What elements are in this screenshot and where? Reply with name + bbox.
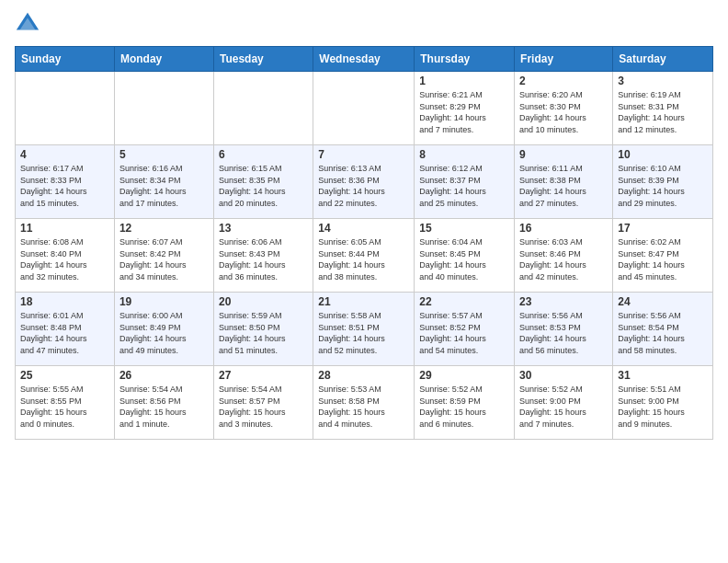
day-number: 11 xyxy=(20,222,109,235)
calendar-table: SundayMondayTuesdayWednesdayThursdayFrid… xyxy=(15,46,713,440)
logo xyxy=(15,11,44,37)
day-info: Sunrise: 6:15 AM Sunset: 8:35 PM Dayligh… xyxy=(219,163,308,209)
day-info: Sunrise: 5:52 AM Sunset: 9:00 PM Dayligh… xyxy=(519,384,608,430)
day-number: 14 xyxy=(318,222,409,235)
calendar-header-friday: Friday xyxy=(515,47,613,72)
day-info: Sunrise: 6:00 AM Sunset: 8:49 PM Dayligh… xyxy=(119,310,209,356)
day-info: Sunrise: 6:11 AM Sunset: 8:38 PM Dayligh… xyxy=(519,163,608,209)
day-info: Sunrise: 6:02 AM Sunset: 8:47 PM Dayligh… xyxy=(618,236,708,282)
day-number: 5 xyxy=(119,148,209,161)
day-info: Sunrise: 5:58 AM Sunset: 8:51 PM Dayligh… xyxy=(318,310,409,356)
calendar-cell: 30Sunrise: 5:52 AM Sunset: 9:00 PM Dayli… xyxy=(515,366,613,440)
day-number: 25 xyxy=(20,369,109,382)
calendar-cell xyxy=(114,72,213,145)
calendar-cell: 7Sunrise: 6:13 AM Sunset: 8:36 PM Daylig… xyxy=(313,145,415,219)
day-number: 4 xyxy=(20,148,109,161)
calendar-week-row: 25Sunrise: 5:55 AM Sunset: 8:55 PM Dayli… xyxy=(16,366,713,440)
calendar-week-row: 18Sunrise: 6:01 AM Sunset: 8:48 PM Dayli… xyxy=(16,293,713,366)
day-number: 31 xyxy=(618,369,708,382)
day-info: Sunrise: 5:56 AM Sunset: 8:54 PM Dayligh… xyxy=(618,310,708,356)
calendar-header-row: SundayMondayTuesdayWednesdayThursdayFrid… xyxy=(16,47,713,72)
day-info: Sunrise: 6:05 AM Sunset: 8:44 PM Dayligh… xyxy=(318,236,409,282)
day-info: Sunrise: 6:04 AM Sunset: 8:45 PM Dayligh… xyxy=(419,236,509,282)
day-info: Sunrise: 5:56 AM Sunset: 8:53 PM Dayligh… xyxy=(519,310,608,356)
day-info: Sunrise: 6:10 AM Sunset: 8:39 PM Dayligh… xyxy=(618,163,708,209)
calendar-cell: 27Sunrise: 5:54 AM Sunset: 8:57 PM Dayli… xyxy=(213,366,313,440)
calendar-cell: 20Sunrise: 5:59 AM Sunset: 8:50 PM Dayli… xyxy=(213,293,313,366)
calendar-cell: 19Sunrise: 6:00 AM Sunset: 8:49 PM Dayli… xyxy=(114,293,213,366)
calendar-cell xyxy=(213,72,313,145)
calendar-cell: 9Sunrise: 6:11 AM Sunset: 8:38 PM Daylig… xyxy=(515,145,613,219)
calendar-cell: 15Sunrise: 6:04 AM Sunset: 8:45 PM Dayli… xyxy=(415,219,515,293)
day-info: Sunrise: 5:57 AM Sunset: 8:52 PM Dayligh… xyxy=(419,310,509,356)
day-number: 30 xyxy=(519,369,608,382)
day-number: 7 xyxy=(318,148,409,161)
calendar-cell: 21Sunrise: 5:58 AM Sunset: 8:51 PM Dayli… xyxy=(313,293,415,366)
day-number: 24 xyxy=(618,295,708,308)
day-info: Sunrise: 6:16 AM Sunset: 8:34 PM Dayligh… xyxy=(119,163,209,209)
day-info: Sunrise: 5:54 AM Sunset: 8:56 PM Dayligh… xyxy=(119,384,209,430)
day-number: 16 xyxy=(519,222,608,235)
day-info: Sunrise: 6:03 AM Sunset: 8:46 PM Dayligh… xyxy=(519,236,608,282)
day-info: Sunrise: 6:08 AM Sunset: 8:40 PM Dayligh… xyxy=(20,236,109,282)
calendar-cell: 18Sunrise: 6:01 AM Sunset: 8:48 PM Dayli… xyxy=(16,293,115,366)
calendar-cell: 1Sunrise: 6:21 AM Sunset: 8:29 PM Daylig… xyxy=(415,72,515,145)
calendar-cell: 22Sunrise: 5:57 AM Sunset: 8:52 PM Dayli… xyxy=(415,293,515,366)
day-number: 8 xyxy=(419,148,509,161)
calendar-cell: 12Sunrise: 6:07 AM Sunset: 8:42 PM Dayli… xyxy=(114,219,213,293)
calendar-cell: 28Sunrise: 5:53 AM Sunset: 8:58 PM Dayli… xyxy=(313,366,415,440)
calendar-header-sunday: Sunday xyxy=(16,47,115,72)
calendar-cell: 8Sunrise: 6:12 AM Sunset: 8:37 PM Daylig… xyxy=(415,145,515,219)
day-info: Sunrise: 5:54 AM Sunset: 8:57 PM Dayligh… xyxy=(219,384,308,430)
day-info: Sunrise: 6:20 AM Sunset: 8:30 PM Dayligh… xyxy=(519,89,608,135)
day-number: 6 xyxy=(219,148,308,161)
day-number: 23 xyxy=(519,295,608,308)
day-number: 29 xyxy=(419,369,509,382)
calendar-cell: 23Sunrise: 5:56 AM Sunset: 8:53 PM Dayli… xyxy=(515,293,613,366)
header xyxy=(15,11,713,37)
day-number: 17 xyxy=(618,222,708,235)
calendar-cell: 11Sunrise: 6:08 AM Sunset: 8:40 PM Dayli… xyxy=(16,219,115,293)
day-info: Sunrise: 6:07 AM Sunset: 8:42 PM Dayligh… xyxy=(119,236,209,282)
calendar-header-tuesday: Tuesday xyxy=(213,47,313,72)
day-info: Sunrise: 6:12 AM Sunset: 8:37 PM Dayligh… xyxy=(419,163,509,209)
day-number: 1 xyxy=(419,75,509,87)
day-number: 9 xyxy=(519,148,608,161)
day-number: 19 xyxy=(119,295,209,308)
calendar-cell xyxy=(313,72,415,145)
day-info: Sunrise: 6:06 AM Sunset: 8:43 PM Dayligh… xyxy=(219,236,308,282)
day-info: Sunrise: 6:01 AM Sunset: 8:48 PM Dayligh… xyxy=(20,310,109,356)
logo-icon xyxy=(15,11,40,37)
page: SundayMondayTuesdayWednesdayThursdayFrid… xyxy=(0,0,728,563)
calendar-cell: 5Sunrise: 6:16 AM Sunset: 8:34 PM Daylig… xyxy=(114,145,213,219)
day-info: Sunrise: 5:51 AM Sunset: 9:00 PM Dayligh… xyxy=(618,384,708,430)
day-number: 15 xyxy=(419,222,509,235)
day-number: 20 xyxy=(219,295,308,308)
calendar-cell: 6Sunrise: 6:15 AM Sunset: 8:35 PM Daylig… xyxy=(213,145,313,219)
calendar-cell: 26Sunrise: 5:54 AM Sunset: 8:56 PM Dayli… xyxy=(114,366,213,440)
day-number: 12 xyxy=(119,222,209,235)
day-info: Sunrise: 6:19 AM Sunset: 8:31 PM Dayligh… xyxy=(618,89,708,135)
calendar-cell: 14Sunrise: 6:05 AM Sunset: 8:44 PM Dayli… xyxy=(313,219,415,293)
day-info: Sunrise: 5:55 AM Sunset: 8:55 PM Dayligh… xyxy=(20,384,109,430)
day-number: 2 xyxy=(519,75,608,87)
day-info: Sunrise: 6:13 AM Sunset: 8:36 PM Dayligh… xyxy=(318,163,409,209)
day-number: 18 xyxy=(20,295,109,308)
calendar-cell: 17Sunrise: 6:02 AM Sunset: 8:47 PM Dayli… xyxy=(613,219,713,293)
calendar-cell: 25Sunrise: 5:55 AM Sunset: 8:55 PM Dayli… xyxy=(16,366,115,440)
day-number: 21 xyxy=(318,295,409,308)
calendar-cell: 10Sunrise: 6:10 AM Sunset: 8:39 PM Dayli… xyxy=(613,145,713,219)
calendar-week-row: 11Sunrise: 6:08 AM Sunset: 8:40 PM Dayli… xyxy=(16,219,713,293)
calendar-header-monday: Monday xyxy=(114,47,213,72)
day-info: Sunrise: 5:59 AM Sunset: 8:50 PM Dayligh… xyxy=(219,310,308,356)
calendar-header-wednesday: Wednesday xyxy=(313,47,415,72)
calendar-cell: 4Sunrise: 6:17 AM Sunset: 8:33 PM Daylig… xyxy=(16,145,115,219)
calendar-cell: 24Sunrise: 5:56 AM Sunset: 8:54 PM Dayli… xyxy=(613,293,713,366)
day-info: Sunrise: 5:52 AM Sunset: 8:59 PM Dayligh… xyxy=(419,384,509,430)
calendar-cell: 16Sunrise: 6:03 AM Sunset: 8:46 PM Dayli… xyxy=(515,219,613,293)
calendar-cell: 29Sunrise: 5:52 AM Sunset: 8:59 PM Dayli… xyxy=(415,366,515,440)
calendar-header-thursday: Thursday xyxy=(415,47,515,72)
calendar-header-saturday: Saturday xyxy=(613,47,713,72)
day-number: 13 xyxy=(219,222,308,235)
day-info: Sunrise: 6:21 AM Sunset: 8:29 PM Dayligh… xyxy=(419,89,509,135)
